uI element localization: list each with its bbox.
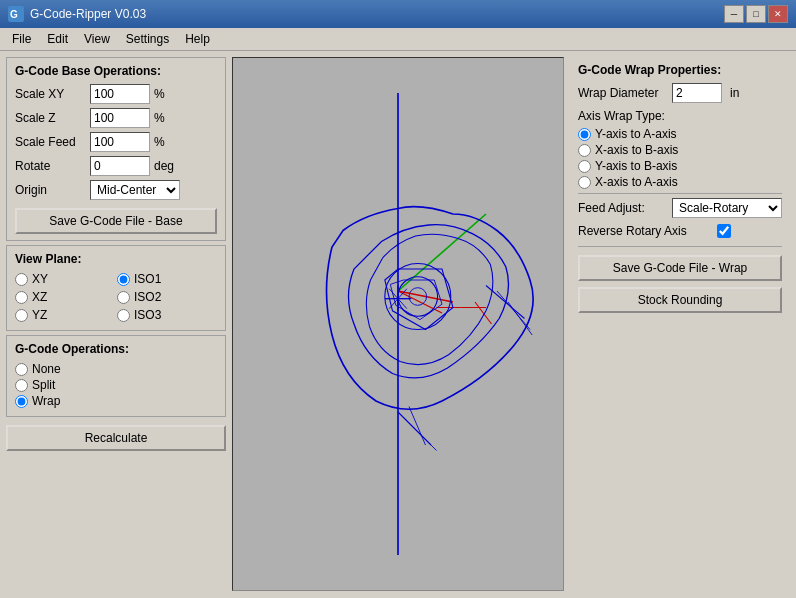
view-yz-radio[interactable] (15, 309, 28, 322)
reverse-rotary-label: Reverse Rotary Axis (578, 224, 687, 238)
app-icon: G (8, 6, 24, 22)
scale-z-unit: % (154, 111, 165, 125)
menu-help[interactable]: Help (177, 30, 218, 48)
op-none-radio[interactable] (15, 363, 28, 376)
window-title: G-Code-Ripper V0.03 (30, 7, 146, 21)
view-yz-row: YZ (15, 308, 115, 322)
axis-x-to-a-label: X-axis to A-axis (595, 175, 678, 189)
stock-rounding-button[interactable]: Stock Rounding (578, 287, 782, 313)
axis-x-to-b-label: X-axis to B-axis (595, 143, 678, 157)
scale-feed-input[interactable] (90, 132, 150, 152)
view-xy-radio[interactable] (15, 273, 28, 286)
wrap-diameter-input[interactable] (672, 83, 722, 103)
scale-feed-row: Scale Feed % (15, 132, 217, 152)
wrap-diameter-unit: in (730, 86, 739, 100)
feed-adjust-row: Feed Adjust: Scale-Rotary None Inverse-T… (578, 198, 782, 218)
divider1 (578, 193, 782, 194)
origin-select[interactable]: Mid-Center Top-Left Bottom-Left (90, 180, 180, 200)
axis-y-to-a-label: Y-axis to A-axis (595, 127, 677, 141)
wrap-diameter-row: Wrap Diameter in (578, 83, 782, 103)
axis-y-to-b-radio[interactable] (578, 160, 591, 173)
origin-label: Origin (15, 183, 90, 197)
op-wrap-radio[interactable] (15, 395, 28, 408)
axis-y-to-a-radio[interactable] (578, 128, 591, 141)
axis-y-to-a-row: Y-axis to A-axis (578, 127, 782, 141)
view-xz-row: XZ (15, 290, 115, 304)
rotate-label: Rotate (15, 159, 90, 173)
scale-z-label: Scale Z (15, 111, 90, 125)
scale-xy-unit: % (154, 87, 165, 101)
scale-xy-label: Scale XY (15, 87, 90, 101)
view-iso2-row: ISO2 (117, 290, 217, 304)
scale-feed-label: Scale Feed (15, 135, 90, 149)
base-ops-title: G-Code Base Operations: (15, 64, 217, 78)
view-iso3-radio[interactable] (117, 309, 130, 322)
menu-bar: File Edit View Settings Help (0, 28, 796, 51)
op-none-row: None (15, 362, 217, 376)
gcode-canvas (233, 58, 563, 590)
view-xz-radio[interactable] (15, 291, 28, 304)
scale-xy-row: Scale XY % (15, 84, 217, 104)
left-panel: G-Code Base Operations: Scale XY % Scale… (6, 57, 226, 591)
rotate-row: Rotate deg (15, 156, 217, 176)
view-xy-row: XY (15, 272, 115, 286)
right-panel: G-Code Wrap Properties: Wrap Diameter in… (570, 57, 790, 591)
menu-settings[interactable]: Settings (118, 30, 177, 48)
view-plane-section: View Plane: XY ISO1 XZ ISO2 (6, 245, 226, 331)
canvas-area[interactable] (232, 57, 564, 591)
center-panel (232, 57, 564, 591)
base-ops-section: G-Code Base Operations: Scale XY % Scale… (6, 57, 226, 241)
close-button[interactable]: ✕ (768, 5, 788, 23)
menu-edit[interactable]: Edit (39, 30, 76, 48)
reverse-rotary-row: Reverse Rotary Axis (578, 224, 782, 238)
scale-feed-unit: % (154, 135, 165, 149)
op-split-label: Split (32, 378, 55, 392)
wrap-diameter-label: Wrap Diameter (578, 86, 668, 100)
view-plane-options: XY ISO1 XZ ISO2 YZ (15, 272, 217, 324)
wrap-props-title: G-Code Wrap Properties: (578, 63, 782, 77)
view-iso3-label: ISO3 (134, 308, 161, 322)
reverse-rotary-checkbox[interactable] (717, 224, 731, 238)
rotate-unit: deg (154, 159, 174, 173)
view-iso2-radio[interactable] (117, 291, 130, 304)
divider2 (578, 246, 782, 247)
view-plane-title: View Plane: (15, 252, 217, 266)
main-content: G-Code Base Operations: Scale XY % Scale… (0, 51, 796, 597)
save-base-button[interactable]: Save G-Code File - Base (15, 208, 217, 234)
axis-x-to-b-radio[interactable] (578, 144, 591, 157)
title-controls: ─ □ ✕ (724, 5, 788, 23)
minimize-button[interactable]: ─ (724, 5, 744, 23)
title-bar-left: G G-Code-Ripper V0.03 (8, 6, 146, 22)
save-wrap-button[interactable]: Save G-Code File - Wrap (578, 255, 782, 281)
title-bar: G G-Code-Ripper V0.03 ─ □ ✕ (0, 0, 796, 28)
scale-xy-input[interactable] (90, 84, 150, 104)
op-split-radio[interactable] (15, 379, 28, 392)
gcode-ops-title: G-Code Operations: (15, 342, 217, 356)
view-iso1-row: ISO1 (117, 272, 217, 286)
maximize-button[interactable]: □ (746, 5, 766, 23)
origin-row: Origin Mid-Center Top-Left Bottom-Left (15, 180, 217, 200)
axis-x-to-a-radio[interactable] (578, 176, 591, 189)
view-iso2-label: ISO2 (134, 290, 161, 304)
feed-adjust-label: Feed Adjust: (578, 201, 668, 215)
view-iso1-radio[interactable] (117, 273, 130, 286)
op-wrap-label: Wrap (32, 394, 60, 408)
menu-file[interactable]: File (4, 30, 39, 48)
scale-z-input[interactable] (90, 108, 150, 128)
view-xz-label: XZ (32, 290, 47, 304)
menu-view[interactable]: View (76, 30, 118, 48)
feed-adjust-select[interactable]: Scale-Rotary None Inverse-Time (672, 198, 782, 218)
axis-y-to-b-row: Y-axis to B-axis (578, 159, 782, 173)
rotate-input[interactable] (90, 156, 150, 176)
axis-x-to-b-row: X-axis to B-axis (578, 143, 782, 157)
op-split-row: Split (15, 378, 217, 392)
svg-text:G: G (10, 9, 18, 20)
axis-x-to-a-row: X-axis to A-axis (578, 175, 782, 189)
view-xy-label: XY (32, 272, 48, 286)
wrap-props-section: G-Code Wrap Properties: Wrap Diameter in… (570, 57, 790, 319)
view-iso1-label: ISO1 (134, 272, 161, 286)
recalculate-button[interactable]: Recalculate (6, 425, 226, 451)
scale-z-row: Scale Z % (15, 108, 217, 128)
axis-y-to-b-label: Y-axis to B-axis (595, 159, 677, 173)
view-iso3-row: ISO3 (117, 308, 217, 322)
